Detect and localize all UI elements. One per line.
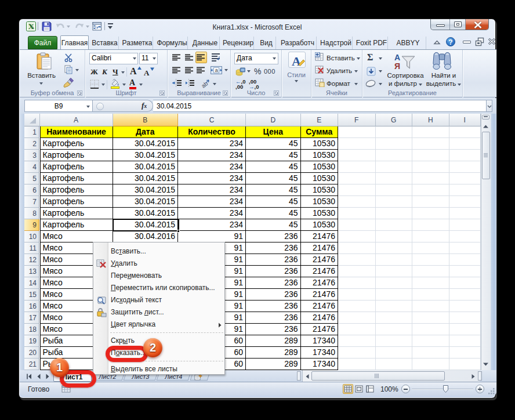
svg-text:Я: Я [394, 61, 400, 71]
svg-text:a: a [215, 67, 218, 73]
svg-text:A: A [292, 54, 301, 68]
svg-text:А: А [394, 53, 400, 62]
